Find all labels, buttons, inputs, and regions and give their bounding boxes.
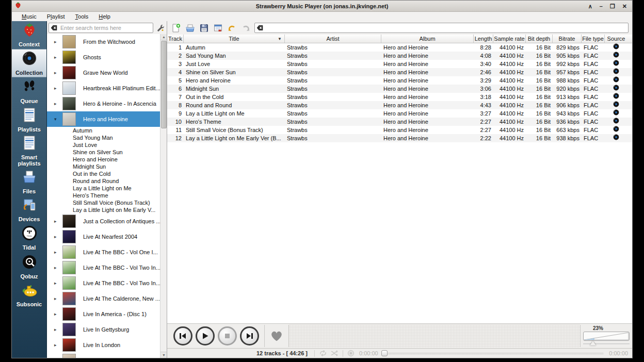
play-button[interactable]	[196, 326, 215, 345]
collection-track-row[interactable]: Midnight Sun	[47, 163, 160, 170]
playlist-row[interactable]: 10 Hero's Theme Strawbs Hero and Heroine…	[167, 118, 632, 126]
minimize-button[interactable]: –	[600, 1, 603, 11]
sidebar-item-playlists[interactable]: Playlists	[12, 106, 46, 135]
collection-album-row[interactable]: ▸ Live At The BBC - Vol Two In...	[47, 260, 160, 275]
redo-button[interactable]	[240, 23, 251, 33]
undo-button[interactable]	[227, 23, 237, 33]
collection-track-row[interactable]: Round and Round	[47, 177, 160, 185]
shuffle-button[interactable]	[329, 350, 340, 357]
close-button[interactable]: ✕	[622, 1, 627, 11]
scroll-up-arrow[interactable]: ▲	[160, 34, 167, 40]
collection-settings-button[interactable]	[155, 23, 165, 33]
sidebar-item-tidal[interactable]: TIDAL Tidal	[12, 224, 46, 253]
playlist-row[interactable]: 3 Just Love Strawbs Hero and Heroine 3:4…	[167, 60, 632, 68]
column-header-bit-depth[interactable]: Bit depth	[526, 35, 553, 43]
scrollbar-thumb[interactable]	[161, 41, 167, 128]
volume-control[interactable]: 23%	[581, 324, 632, 348]
stop-button[interactable]	[218, 326, 237, 345]
clear-filter-icon[interactable]	[256, 24, 264, 34]
playlist-row[interactable]: 4 Shine on Silver Sun Strawbs Hero and H…	[167, 68, 632, 76]
expand-arrow-icon[interactable]: ▸	[54, 327, 59, 332]
playlist-row[interactable]: 11 Still Small Voice (Bonus Track) Straw…	[167, 126, 632, 134]
sidebar-item-files[interactable]: Files	[12, 168, 46, 196]
playlist-filter-input[interactable]	[254, 23, 629, 33]
expand-arrow-icon[interactable]: ▸	[54, 296, 59, 301]
expand-arrow-icon[interactable]: ▾	[54, 117, 59, 122]
volume-wedge[interactable]	[583, 332, 630, 341]
collection-album-row[interactable]: ▸ From the Witchwood	[47, 34, 160, 50]
column-header-title[interactable]: Title▼	[184, 35, 285, 43]
sidebar-item-collection[interactable]: Collection	[12, 49, 46, 77]
sidebar-item-devices[interactable]: Devices	[12, 196, 46, 224]
menu-music[interactable]: Music	[17, 13, 41, 20]
collection-track-row[interactable]: Still Small Voice (Bonus Track)	[47, 199, 160, 206]
playlist-row[interactable]: 7 Out in the Cold Strawbs Hero and Heroi…	[167, 93, 632, 101]
menu-tools[interactable]: Tools	[71, 13, 93, 20]
collection-album-row[interactable]: ▸ Live At The BBC - Vol One I...	[47, 244, 160, 260]
collection-track-row[interactable]: Lay a Little Light on Me Early V...	[47, 206, 160, 213]
seek-slider-groove[interactable]	[388, 353, 604, 354]
previous-button[interactable]	[173, 326, 192, 345]
collection-album-row[interactable]: ▾ Hero and Heroine	[47, 111, 160, 127]
playlist-row[interactable]: 6 Midnight Sun Strawbs Hero and Heroine …	[167, 85, 632, 93]
collection-track-row[interactable]: Shine on Silver Sun	[47, 149, 160, 156]
shade-button[interactable]: ∧	[588, 1, 592, 11]
clear-search-icon[interactable]	[50, 24, 58, 34]
collection-scrollbar[interactable]: ▲ ▼	[160, 34, 167, 358]
playlist-row[interactable]: 1 Autumn Strawbs Hero and Heroine 8:28 4…	[167, 43, 632, 52]
collection-album-row[interactable]: ▸ Grave New World	[47, 65, 160, 80]
scrobble-toggle-icon[interactable]	[346, 350, 356, 357]
collection-track-row[interactable]: Sad Young Man	[47, 134, 160, 141]
love-button[interactable]	[265, 324, 288, 348]
column-header-source[interactable]: Source	[605, 35, 627, 43]
expand-arrow-icon[interactable]: ▸	[54, 265, 59, 270]
collection-track-row[interactable]: Just Love	[47, 141, 160, 149]
sidebar-item-smart-playlists[interactable]: Smart playlists	[12, 135, 46, 168]
playlist-row[interactable]: 2 Sad Young Man Strawbs Hero and Heroine…	[167, 52, 632, 60]
collection-track-row[interactable]: Autumn	[47, 127, 160, 134]
collection-track-row[interactable]: Hero's Theme	[47, 192, 160, 199]
collection-album-row[interactable]: ▸ Just a Collection of Antiques ...	[47, 213, 160, 229]
next-button[interactable]	[240, 326, 259, 345]
collection-album-row[interactable]: ▸ Live In America - (Disc 1)	[47, 306, 160, 322]
collection-album-row[interactable]: ▸ Hero & Heroine - In Ascencia	[47, 96, 160, 111]
open-playlist-button[interactable]	[185, 23, 195, 33]
column-header-bitrate[interactable]: Bitrate	[553, 35, 582, 43]
repeat-button[interactable]	[317, 350, 329, 357]
collection-album-row[interactable]: ▸ Live In London	[47, 337, 160, 353]
collection-track-row[interactable]: Hero and Heroine	[47, 156, 160, 163]
collection-album-row[interactable]: ▸ Live At Nearfest 2004	[47, 229, 160, 244]
playlist-row[interactable]: 12 Lay a Little Light on Me Early Ver (B…	[167, 134, 632, 142]
collection-track-row[interactable]: Out in the Cold	[47, 170, 160, 177]
expand-arrow-icon[interactable]: ▸	[54, 234, 59, 239]
collection-album-row[interactable]: ▸ Live In Gettysburg	[47, 322, 160, 337]
scroll-down-arrow[interactable]: ▼	[160, 352, 167, 358]
playlist-row[interactable]: 9 Lay a Little Light on Me Strawbs Hero …	[167, 109, 632, 118]
menu-help[interactable]: Help	[94, 13, 115, 20]
collection-album-row[interactable]: ▸ Ghosts	[47, 50, 160, 65]
save-playlist-button[interactable]	[199, 23, 209, 33]
column-header-file-type[interactable]: File type	[582, 35, 605, 43]
expand-arrow-icon[interactable]: ▸	[54, 250, 59, 255]
column-header-length[interactable]: Length	[474, 35, 493, 43]
expand-arrow-icon[interactable]: ▸	[54, 219, 59, 224]
expand-arrow-icon[interactable]: ▸	[54, 70, 59, 75]
collection-search-input[interactable]	[49, 23, 153, 33]
new-playlist-button[interactable]	[171, 23, 181, 33]
titlebar[interactable]: Strawberry Music Player (on jonas.in.jkv…	[12, 1, 632, 12]
column-header-artist[interactable]: Artist	[285, 35, 381, 43]
column-header-sample-rate[interactable]: Sample rate	[493, 35, 526, 43]
sidebar-item-context[interactable]: Context	[12, 21, 46, 49]
seek-slider[interactable]	[381, 350, 604, 356]
expand-arrow-icon[interactable]: ▸	[54, 342, 59, 348]
maximize-button[interactable]: ❐	[610, 1, 615, 11]
expand-arrow-icon[interactable]: ▸	[54, 55, 59, 60]
expand-arrow-icon[interactable]: ▸	[54, 311, 59, 317]
sidebar-item-subsonic[interactable]: Subsonic	[12, 281, 46, 310]
playlist-properties-button[interactable]	[213, 23, 223, 33]
expand-arrow-icon[interactable]: ▸	[54, 101, 59, 106]
menu-playlist[interactable]: Playlist	[42, 13, 70, 20]
playlist-row[interactable]: 5 Hero and Heroine Strawbs Hero and Hero…	[167, 76, 632, 85]
seek-slider-handle[interactable]	[381, 350, 388, 356]
expand-arrow-icon[interactable]: ▸	[54, 39, 59, 44]
